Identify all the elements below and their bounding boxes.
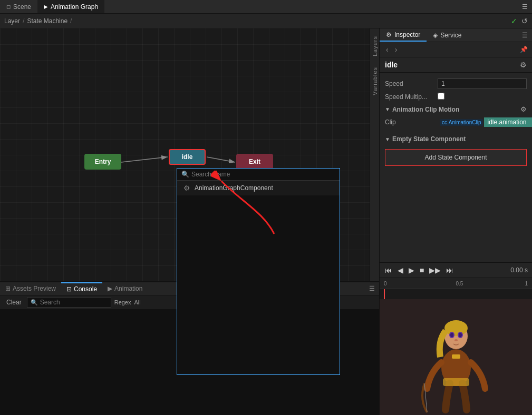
character-preview — [409, 299, 504, 415]
search-result-item[interactable]: ⚙ AnimationGraphComponent — [177, 181, 340, 195]
empty-state-section-title: Empty State Component — [392, 135, 466, 143]
timeline-area: ⏮ ◀ ▶ ■ ▶▶ ⏭ 0.00 s 0 0.5 1 — [380, 262, 532, 415]
pin-button[interactable]: 📌 — [520, 46, 528, 53]
add-state-wrap: Add State Component — [380, 145, 532, 170]
tab-console-icon: ⊡ — [66, 285, 72, 293]
clip-input[interactable] — [484, 117, 532, 127]
tab-console[interactable]: ⊡ Console — [61, 282, 102, 295]
scene-tab[interactable]: ◻ Scene — [0, 0, 37, 13]
breadcrumb-layer[interactable]: Layer — [4, 17, 20, 25]
tab-assets-label: Assets Preview — [13, 285, 56, 292]
svg-point-10 — [459, 333, 462, 337]
svg-rect-13 — [443, 378, 469, 386]
tab-animation-icon: ▶ — [108, 285, 112, 292]
timeline-controls: ⏮ ◀ ▶ ■ ▶▶ ⏭ 0.00 s — [380, 263, 532, 278]
breadcrumb-state-machine[interactable]: State Machine — [27, 17, 67, 25]
tab-console-label: Console — [74, 285, 97, 293]
inspector-tab-icon: ⚙ — [386, 31, 392, 38]
ribbon-layers[interactable]: Layers — [371, 31, 379, 62]
search-input-wrap: 🔍 — [177, 169, 340, 181]
empty-state-toggle-icon: ▼ — [385, 136, 390, 142]
speed-value-wrap — [438, 78, 527, 89]
nav-back-button[interactable]: ‹ — [384, 44, 391, 55]
speed-mult-checkbox[interactable] — [438, 93, 444, 100]
svg-line-1 — [121, 157, 168, 162]
clip-label: Clip — [385, 118, 438, 126]
animation-clip-section-header[interactable]: ▼ Animation Clip Motion ⚙ — [380, 103, 532, 115]
speed-input[interactable] — [438, 78, 527, 89]
ruler-mark-05: 0.5 — [456, 281, 463, 286]
timeline-ruler: 0 0.5 1 — [380, 278, 532, 289]
speed-mult-row: Speed Multip... — [380, 91, 532, 103]
anim-tab-icon: ▶ — [44, 4, 48, 9]
console-search-wrap: 🔍 — [27, 297, 111, 308]
node-idle-label: idle — [182, 153, 193, 161]
timeline-prev-button[interactable]: ◀ — [396, 265, 404, 275]
tab-inspector[interactable]: ⚙ Inspector — [380, 28, 427, 42]
breadcrumb-confirm[interactable]: ✓ — [511, 17, 517, 25]
speed-mult-value — [438, 93, 527, 101]
breadcrumb-refresh[interactable]: ↺ — [521, 17, 528, 25]
timeline-play-button[interactable]: ▶ — [408, 265, 415, 275]
tab-animation-label: Animation — [114, 285, 142, 292]
speed-label: Speed — [385, 80, 438, 87]
playhead — [384, 289, 385, 299]
section-toggle-icon: ▼ — [385, 106, 390, 112]
node-entry[interactable]: Entry — [84, 154, 121, 170]
speed-mult-label: Speed Multip... — [385, 93, 438, 101]
result-label: AnimationGraphComponent — [195, 184, 273, 192]
scene-tab-icon: ◻ — [6, 4, 11, 9]
main-layout: Entry idle Exit — [0, 28, 532, 415]
service-tab-label: Service — [440, 32, 461, 39]
inspector-gear-button[interactable]: ⚙ — [520, 61, 527, 69]
node-entry-label: Entry — [95, 158, 111, 165]
graph-panel[interactable]: Entry idle Exit — [0, 28, 379, 415]
inspector-tab-label: Inspector — [394, 31, 420, 38]
console-search-input[interactable] — [40, 299, 108, 306]
regex-button[interactable]: Regex — [114, 299, 131, 305]
node-idle[interactable]: idle — [169, 149, 206, 165]
svg-point-9 — [450, 333, 453, 337]
animation-clip-section-title: Animation Clip Motion — [392, 106, 459, 113]
timeline-track[interactable] — [380, 289, 532, 299]
tab-service[interactable]: ◈ Service — [427, 28, 468, 42]
animation-section-gear[interactable]: ⚙ — [520, 105, 527, 113]
timeline-next-button[interactable]: ▶▶ — [428, 265, 442, 275]
clip-row: Clip cc.AnimationClip ⊞ — [380, 115, 532, 129]
service-tab-icon: ◈ — [433, 32, 438, 39]
all-button[interactable]: All — [134, 299, 140, 305]
tab-assets-icon: ⊞ — [5, 285, 11, 292]
node-exit[interactable]: Exit — [236, 154, 273, 170]
timeline-stop-button[interactable]: ■ — [419, 265, 425, 275]
ribbon-variables[interactable]: Variables — [371, 62, 379, 101]
bottom-tab-menu[interactable]: ☰ — [365, 285, 379, 292]
add-state-component-button[interactable]: Add State Component — [385, 149, 527, 166]
breadcrumb-sep2: / — [70, 17, 72, 25]
result-icon: ⚙ — [183, 184, 190, 192]
svg-rect-14 — [452, 354, 460, 359]
search-input[interactable] — [191, 171, 335, 178]
clear-button[interactable]: Clear — [4, 298, 24, 307]
svg-line-2 — [207, 157, 235, 162]
animation-graph-tab[interactable]: ▶ Animation Graph — [37, 0, 104, 13]
timeline-end-button[interactable]: ⏭ — [445, 265, 454, 275]
inspector-menu[interactable]: ☰ — [518, 32, 532, 39]
timeline-start-button[interactable]: ⏮ — [384, 265, 393, 275]
ruler-mark-1: 1 — [525, 281, 528, 286]
ruler-mark-0: 0 — [384, 281, 387, 286]
empty-state-section-header[interactable]: ▼ Empty State Component — [380, 133, 532, 145]
tab-assets[interactable]: ⊞ Assets Preview — [0, 282, 61, 295]
inspector-title-row: idle ⚙ — [380, 57, 532, 73]
anim-tab-label: Animation Graph — [51, 3, 98, 11]
timeline-time: 0.00 s — [510, 266, 528, 274]
tab-animation[interactable]: ▶ Animation — [102, 282, 148, 295]
svg-point-11 — [454, 339, 458, 341]
breadcrumb-actions: ✓ ↺ — [511, 17, 528, 25]
search-rest — [177, 195, 340, 374]
top-tab-menu[interactable]: ☰ — [518, 3, 532, 11]
inspector-title: idle — [385, 61, 520, 69]
breadcrumb-sep1: / — [23, 17, 24, 25]
nav-fwd-button[interactable]: › — [393, 44, 400, 55]
scene-tab-label: Scene — [13, 3, 31, 11]
inspector-nav: ‹ › 📌 — [380, 42, 532, 57]
